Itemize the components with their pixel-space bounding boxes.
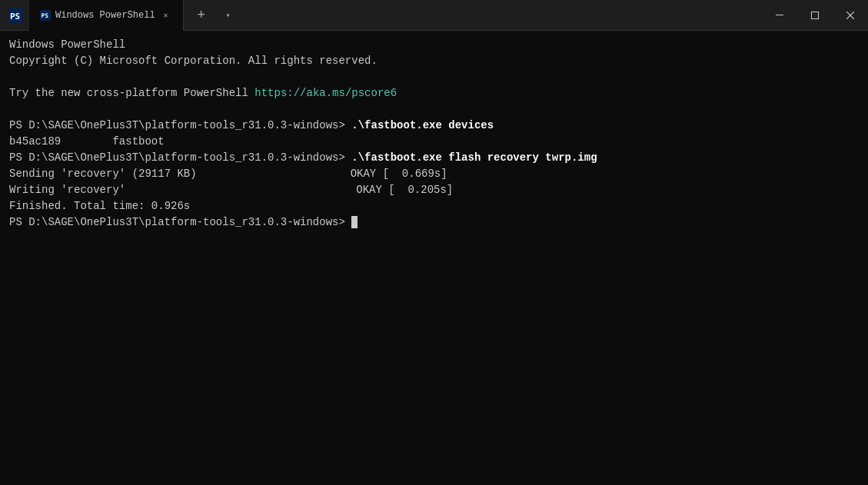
- active-tab[interactable]: PS Windows PowerShell ✕: [29, 0, 184, 31]
- pscore-link[interactable]: https://aka.ms/pscore6: [254, 87, 397, 99]
- powershell-icon: PS: [8, 8, 23, 23]
- output-line-10: Writing 'recovery'OKAY [ 0.205s]: [9, 182, 859, 198]
- maximize-button[interactable]: [797, 0, 833, 31]
- title-bar-left: PS PS Windows PowerShell ✕ + ▾: [8, 0, 762, 31]
- tab-close-button[interactable]: ✕: [160, 9, 172, 22]
- output-line-9: Sending 'recovery' (29117 KB)OKAY [ 0.66…: [9, 166, 859, 182]
- output-line-4: Try the new cross-platform PowerShell ht…: [9, 85, 859, 101]
- output-line-6: PS D:\SAGE\OnePlus3T\platform-tools_r31.…: [9, 118, 859, 134]
- new-tab-button[interactable]: +: [190, 0, 213, 31]
- svg-rect-5: [812, 12, 819, 18]
- output-line-7: b45ac189 fastboot: [9, 134, 859, 150]
- powershell-window: PS PS Windows PowerShell ✕ + ▾: [0, 0, 868, 485]
- write-status-right: OKAY [ 0.205s]: [125, 184, 453, 196]
- tab-icon: PS: [40, 10, 51, 21]
- command-1: .\fastboot.exe devices: [351, 119, 494, 131]
- prompt-path-3: PS D:\SAGE\OnePlus3T\platform-tools_r31.…: [9, 216, 351, 228]
- terminal-cursor: [351, 216, 358, 228]
- terminal-body[interactable]: Windows PowerShell Copyright (C) Microso…: [0, 31, 868, 485]
- send-status-left: Sending 'recovery' (29117 KB): [9, 168, 197, 180]
- output-line-11: Finished. Total time: 0.926s: [9, 198, 859, 214]
- command-2: .\fastboot.exe flash recovery twrp.img: [351, 151, 597, 164]
- send-status-right: OKAY [ 0.669s]: [197, 168, 447, 180]
- svg-text:PS: PS: [10, 12, 20, 22]
- output-line-1: Windows PowerShell: [9, 37, 859, 53]
- close-button[interactable]: [833, 0, 868, 31]
- minimize-button[interactable]: [762, 0, 797, 31]
- svg-text:PS: PS: [42, 12, 49, 19]
- output-line-8: PS D:\SAGE\OnePlus3T\platform-tools_r31.…: [9, 150, 859, 166]
- title-bar: PS PS Windows PowerShell ✕ + ▾: [0, 0, 868, 31]
- tab-label: Windows PowerShell: [55, 10, 155, 21]
- svg-rect-4: [776, 15, 783, 15]
- write-status-left: Writing 'recovery': [9, 184, 125, 196]
- prompt-path-2: PS D:\SAGE\OnePlus3T\platform-tools_r31.…: [9, 151, 351, 164]
- output-line-3: [9, 69, 859, 85]
- window-controls: [762, 0, 868, 31]
- output-line-12: PS D:\SAGE\OnePlus3T\platform-tools_r31.…: [9, 214, 859, 231]
- output-line-5: [9, 101, 859, 118]
- output-line-2: Copyright (C) Microsoft Corporation. All…: [9, 53, 859, 69]
- tab-dropdown-button[interactable]: ▾: [219, 0, 238, 31]
- prompt-path-1: PS D:\SAGE\OnePlus3T\platform-tools_r31.…: [9, 119, 351, 131]
